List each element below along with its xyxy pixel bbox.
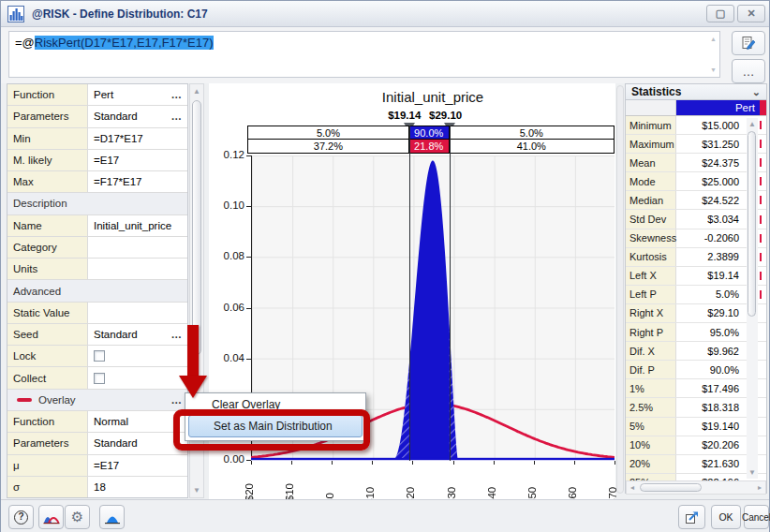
property-value-static-value[interactable] [88, 303, 187, 323]
property-label: Parameters [7, 433, 88, 453]
property-value-category[interactable] [88, 237, 187, 258]
lock-checkbox[interactable] [94, 350, 105, 362]
scroll-left-icon[interactable]: ◂ [630, 481, 634, 494]
overlay-value-sliver [760, 304, 766, 322]
stats-row-5%: 5%$19.140 [626, 418, 766, 436]
probability-band-cell[interactable]: 41.0% [450, 140, 614, 153]
property-value-text: =E17 [94, 460, 119, 471]
probability-band-cell[interactable]: 90.0% [409, 126, 450, 139]
collect-checkbox[interactable] [94, 373, 105, 384]
scrollbar-thumb[interactable] [192, 100, 201, 355]
ellipsis-button[interactable]: … [171, 111, 188, 122]
stats-label: Left X [626, 267, 676, 285]
property-value-min[interactable]: =D17*E17 [88, 128, 187, 149]
property-value-collect[interactable] [88, 367, 187, 388]
help-button[interactable]: ? [8, 505, 34, 529]
property-value-parameters[interactable]: Standard… [88, 106, 187, 126]
distribution-chart-button[interactable] [99, 505, 125, 529]
stats-row-right-p: Right P95.0% [626, 323, 766, 342]
titlebar[interactable]: @RISK - Define Distribution: C17 ▢ ✕ [1, 1, 769, 27]
property-value-lock[interactable] [88, 346, 187, 366]
property-label: Static Value [7, 303, 88, 323]
edit-formula-button[interactable] [732, 31, 765, 55]
y-axis-tick-label: 0.12 [213, 149, 244, 160]
section-label: Description [13, 198, 67, 209]
x-axis-tick [574, 461, 575, 465]
property-value-units[interactable] [88, 259, 187, 279]
scroll-down-icon[interactable]: ▼ [747, 468, 758, 477]
ellipsis-button[interactable]: … [171, 329, 188, 340]
stats-row-left-x: Left X$19.14 [626, 267, 766, 286]
more-options-button[interactable]: … [732, 59, 765, 83]
distribution-icon [104, 510, 121, 525]
overlay-value-sliver [760, 379, 766, 397]
stats-label: Left P [626, 286, 676, 303]
probability-band-cell[interactable]: 5.0% [248, 126, 409, 139]
y-axis-tick-label: 0.04 [213, 352, 244, 363]
settings-button[interactable]: ⚙ [65, 505, 90, 529]
property-label: σ [7, 477, 88, 497]
property-label: Min [7, 128, 88, 149]
property-value-max[interactable]: =F17*E17 [88, 171, 187, 192]
probability-band-cell[interactable]: 5.0% [450, 126, 614, 139]
right-delimiter-line[interactable] [450, 126, 451, 461]
cancel-button[interactable]: Cancel [744, 505, 769, 529]
statistics-title: Statistics [631, 85, 681, 98]
ellipsis-button[interactable]: … [171, 89, 188, 100]
overlay-value-sliver [760, 116, 766, 134]
x-axis-tick [372, 461, 373, 465]
statistics-scrollbar[interactable]: ▲ ▼ [747, 118, 758, 479]
y-axis-tick-label: 0.00 [213, 453, 244, 465]
property-value-seed[interactable]: Standard… [88, 324, 187, 345]
stats-row-std-dev: Std Dev$3.034 [626, 210, 766, 229]
property-row-σ: σ18 [7, 477, 187, 497]
overlay-value-sliver [760, 286, 766, 303]
stats-row-2.5%: 2.5%$18.318 [626, 398, 766, 417]
formula-scroll-down-icon[interactable]: ▼ [710, 66, 717, 73]
close-button[interactable]: ✕ [737, 5, 765, 22]
chevron-down-icon[interactable]: ⌄ [752, 84, 761, 99]
probability-band-cell[interactable]: 37.2% [248, 140, 409, 153]
formula-scroll-up-icon[interactable]: ▲ [710, 36, 717, 42]
footer-bar: ? ⚙ OK Cancel [1, 499, 769, 532]
scroll-down-icon[interactable]: ▼ [190, 486, 203, 495]
red-arrow-head [179, 376, 207, 398]
property-label: Function [7, 411, 88, 432]
x-axis-tick [412, 461, 413, 465]
export-button[interactable] [678, 505, 705, 529]
property-value-text: 18 [94, 481, 106, 493]
scrollbar-thumb[interactable] [640, 483, 702, 492]
scrollbar-thumb[interactable] [748, 131, 756, 317]
maximize-button[interactable]: ▢ [706, 5, 734, 22]
baseline-density-strip [251, 458, 615, 460]
delimiter-left-label: $19.14 [388, 110, 421, 121]
x-axis-tick [332, 461, 333, 465]
left-delimiter-line[interactable] [409, 126, 410, 461]
delimiter-right-label: $29.10 [429, 110, 462, 121]
stats-row-maximum: Maximum$31.250 [626, 135, 766, 154]
overlay-value-sliver [760, 418, 766, 436]
ok-button[interactable]: OK [711, 505, 741, 529]
chart-stats-splitter[interactable] [616, 85, 624, 494]
define-distribution-dialog: @RISK - Define Distribution: C17 ▢ ✕ =@R… [0, 0, 770, 532]
scroll-right-icon[interactable]: ▸ [758, 481, 762, 494]
scroll-up-icon[interactable]: ▲ [747, 120, 758, 128]
property-value-name[interactable]: Initial_unit_price [88, 215, 187, 236]
property-value-μ[interactable]: =E17 [88, 455, 187, 476]
statistics-hscrollbar[interactable]: ◂ ▸ [626, 480, 766, 495]
overlay-chart-button[interactable] [38, 505, 64, 529]
probability-band-cell[interactable]: 21.8% [409, 140, 450, 153]
overlay-value-sliver [760, 342, 766, 360]
scroll-up-icon[interactable]: ▲ [190, 87, 203, 96]
overlay-value-sliver [760, 135, 766, 153]
stats-row-10%: 10%$20.206 [626, 436, 766, 455]
property-row-max: Max=F17*E17 [7, 171, 187, 193]
property-value-function[interactable]: Pert… [88, 84, 187, 105]
overlay-value-sliver [760, 229, 766, 247]
property-row-lock: Lock [7, 346, 187, 367]
stats-label: Mode [626, 172, 676, 190]
property-value-σ[interactable]: 18 [88, 477, 187, 497]
stats-label: 20% [626, 455, 676, 473]
property-value-m.-likely[interactable]: =E17 [88, 150, 187, 170]
formula-input[interactable]: =@RiskPert(D17*E17,E17,F17*E17) ▲ ▼ [8, 31, 720, 78]
